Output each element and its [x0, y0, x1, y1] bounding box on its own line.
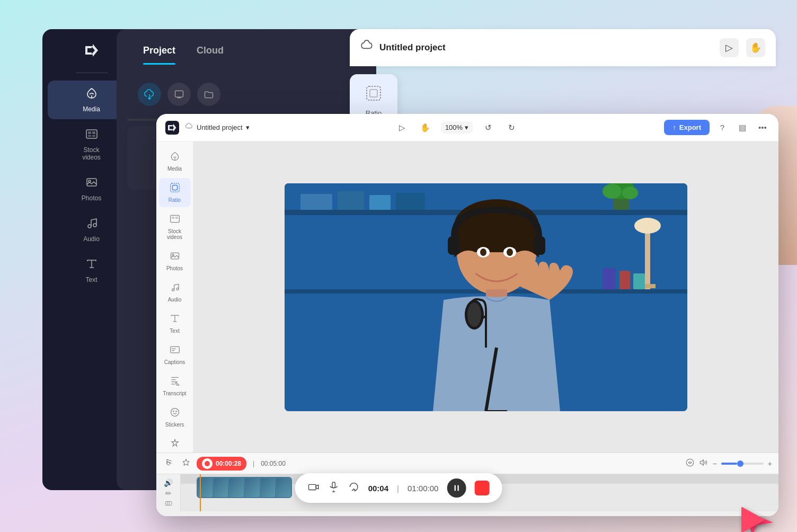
device-icon[interactable]: [167, 83, 191, 106]
tool-transcript-label: Transcript: [163, 391, 186, 396]
svg-point-32: [175, 411, 177, 412]
trim-btn[interactable]: [163, 456, 175, 471]
zoom-out-btn[interactable]: −: [713, 459, 717, 468]
pause-button[interactable]: [447, 478, 466, 498]
editor-topbar-middle: ▷ ✋ 100% ▾ ↺ ↻: [255, 120, 659, 136]
svg-point-43: [622, 187, 638, 199]
svg-rect-12: [367, 86, 380, 100]
text-label: Text: [85, 276, 97, 283]
tab-cloud[interactable]: Cloud: [186, 40, 234, 65]
svg-rect-39: [396, 193, 425, 210]
tool-stock-video[interactable]: Stockvideos: [159, 209, 191, 244]
folder-icon[interactable]: [197, 83, 220, 106]
tool-captions-icon: [170, 344, 180, 358]
settings-btn[interactable]: ▤: [735, 120, 750, 135]
svg-point-57: [507, 249, 513, 256]
svg-point-10: [93, 224, 96, 227]
hand-btn[interactable]: ✋: [418, 120, 433, 136]
svg-point-31: [173, 411, 174, 412]
tool-stickers[interactable]: Stickers: [159, 403, 191, 432]
tool-stickers-label: Stickers: [165, 422, 184, 428]
strip-frame-3: [229, 478, 244, 497]
tool-transcript[interactable]: Transcript: [159, 371, 191, 401]
playhead[interactable]: [200, 474, 201, 511]
tool-text-label: Text: [170, 328, 179, 334]
star-btn[interactable]: [180, 456, 192, 471]
timecode-value: 00:00:28: [216, 460, 241, 467]
tab-project[interactable]: Project: [132, 40, 186, 65]
project-tabs: Project Cloud: [117, 29, 376, 65]
tool-captions[interactable]: Captions: [159, 340, 191, 369]
playback-duration: 01:00:00: [408, 484, 438, 493]
zoom-slider[interactable]: [721, 463, 764, 465]
svg-rect-2: [86, 130, 97, 138]
svg-rect-19: [172, 217, 174, 219]
tool-photos[interactable]: Photos: [159, 246, 191, 276]
loop-btn[interactable]: [348, 481, 360, 495]
svg-rect-36: [300, 194, 332, 210]
tool-text-icon: [170, 313, 180, 326]
tool-captions-label: Captions: [164, 359, 185, 365]
svg-marker-72: [747, 512, 773, 532]
zoom-in-btn[interactable]: +: [768, 459, 772, 468]
svg-rect-5: [88, 135, 91, 137]
tool-text[interactable]: Text: [159, 309, 191, 338]
svg-rect-20: [175, 217, 178, 219]
play-btn-top[interactable]: ▷: [720, 38, 739, 57]
svg-rect-63: [165, 502, 172, 506]
editor-title: Untitled project: [197, 123, 243, 131]
pb-separator: |: [397, 484, 399, 493]
audio-label: Audio: [83, 235, 100, 243]
record-button[interactable]: [474, 481, 489, 495]
timeline-duration: 00:05:00: [261, 460, 286, 467]
export-button[interactable]: ↑ Export: [664, 120, 710, 135]
tool-audio[interactable]: Audio: [159, 278, 191, 307]
vol-btn[interactable]: [699, 458, 709, 469]
stock-videos-label: Stockvideos: [82, 146, 101, 161]
hand-btn-top[interactable]: ✋: [746, 38, 765, 57]
svg-point-56: [480, 249, 486, 256]
clip-btn[interactable]: [165, 500, 172, 509]
cloud-icon: [360, 39, 374, 56]
timeline-left-panel: 🔊 ✏: [156, 474, 181, 511]
timeline-controls-row: 00:00:28 | 00:05:00: [156, 453, 778, 474]
editor-main: Media Ratio: [156, 141, 778, 453]
svg-rect-48: [603, 268, 616, 289]
tool-stock-icon: [170, 214, 180, 227]
tool-ratio[interactable]: Ratio: [159, 178, 191, 207]
ratio-icon: [365, 84, 383, 106]
editor-project-name[interactable]: Untitled project ▾: [185, 122, 250, 132]
tool-media[interactable]: Media: [159, 147, 191, 176]
svg-rect-38: [369, 195, 391, 210]
tool-photos-label: Photos: [166, 265, 183, 271]
edit-track-btn[interactable]: ✏: [165, 489, 172, 498]
more-btn[interactable]: •••: [755, 120, 770, 135]
tool-media-icon: [170, 151, 180, 164]
ripple-btn[interactable]: [685, 458, 695, 469]
vol-track-btn[interactable]: 🔊: [164, 478, 173, 487]
zoom-control[interactable]: 100% ▾: [441, 121, 473, 134]
tool-audio-label: Audio: [168, 297, 182, 303]
svg-rect-18: [170, 215, 179, 222]
zoom-fill: [721, 463, 737, 465]
top-bar-actions: ▷ ✋: [720, 38, 765, 57]
cloud-upload-btn[interactable]: [138, 83, 161, 106]
svg-rect-7: [87, 179, 96, 186]
tool-transcript-icon: [170, 376, 180, 389]
editor-canvas: [193, 141, 778, 453]
zoom-handle[interactable]: [737, 460, 743, 467]
redo-btn[interactable]: ↻: [503, 120, 519, 136]
svg-rect-11: [175, 91, 183, 97]
undo-btn[interactable]: ↺: [480, 120, 496, 136]
tool-effects[interactable]: Effects: [159, 434, 191, 453]
camera-btn[interactable]: [308, 481, 320, 495]
play-btn[interactable]: ▷: [394, 120, 410, 136]
svg-rect-3: [88, 131, 91, 134]
svg-point-42: [603, 184, 622, 199]
help-btn[interactable]: ?: [715, 120, 730, 135]
zoom-level: 100%: [445, 123, 463, 131]
mic-btn[interactable]: [328, 481, 340, 495]
tool-photos-icon: [170, 251, 180, 264]
svg-rect-17: [172, 185, 177, 190]
app-logo: [80, 39, 103, 62]
